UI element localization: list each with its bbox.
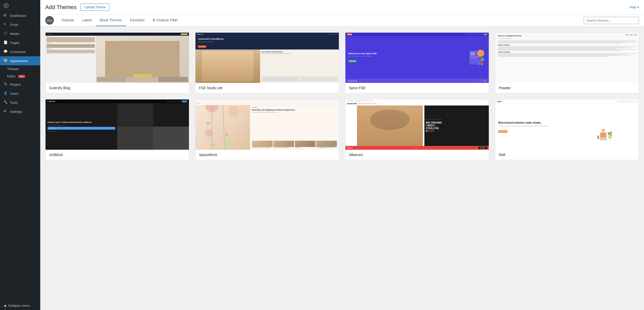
sidebar-item-label: Posts — [10, 23, 18, 27]
theme-grid: Gutenify Blog Subscribe Now Home Blog Ab… — [40, 26, 644, 166]
svg-text:✿: ✿ — [206, 121, 210, 126]
theme-name-raft: Raft — [495, 150, 639, 160]
sidebar-subitem-editor[interactable]: Editor beta — [0, 73, 40, 80]
theme-preview-spice-fse: SPICE Pages Variations Post slider Blog … — [345, 33, 489, 83]
theme-count-badge: 161 — [45, 16, 54, 25]
svg-point-17 — [223, 139, 233, 149]
theme-preview-powder: Script Italic Bold This is a Sample Post… — [495, 33, 639, 83]
users-icon: 👤 — [4, 91, 8, 96]
theme-name-fse-study-lite: FSE Study Lite — [195, 83, 339, 93]
tab-favorites[interactable]: Favorites — [126, 15, 149, 26]
tab-feature-filter-label: Feature Filter — [157, 18, 178, 22]
svg-rect-4 — [470, 56, 480, 57]
settings-icon: ⚙ — [4, 109, 8, 114]
comments-icon: 💬 — [4, 49, 8, 54]
collapse-arrow-icon: ◀ — [4, 304, 6, 307]
tab-latest[interactable]: Latest — [78, 15, 96, 26]
theme-card-fse-study-lite[interactable]: Study Lite Home Courses About Anchored i… — [195, 32, 339, 93]
sidebar-logo — [0, 0, 40, 11]
beta-badge: beta — [18, 75, 25, 78]
sidebar-item-pages[interactable]: 📄 Pages — [0, 38, 40, 47]
search-wrap — [584, 17, 639, 24]
sidebar-subitem-themes[interactable]: Themes — [0, 65, 40, 73]
wordpress-icon — [4, 3, 9, 8]
svg-text:✿: ✿ — [212, 143, 215, 147]
svg-rect-3 — [470, 52, 475, 56]
search-input[interactable] — [584, 17, 639, 24]
svg-point-1 — [5, 5, 7, 6]
theme-card-powder[interactable]: Script Italic Bold This is a Sample Post… — [495, 32, 639, 93]
gear-icon: ⚙ — [152, 18, 156, 22]
sidebar-item-plugins[interactable]: 🔌 Plugins — [0, 80, 40, 89]
dashboard-icon: ⊞ — [4, 13, 8, 18]
sidebar-item-tools[interactable]: 🔧 Tools — [0, 98, 40, 107]
tab-block-themes-label: Block Themes — [100, 18, 122, 22]
svg-point-16 — [205, 129, 213, 137]
main-content: Add Themes Upload Theme Help ▾ 161 Popul… — [40, 0, 644, 310]
help-button[interactable]: Help ▾ — [629, 5, 639, 9]
appearance-subitems: Themes Editor beta — [0, 65, 40, 80]
tab-block-themes[interactable]: Block Themes — [96, 15, 126, 26]
tab-popular[interactable]: Popular — [58, 15, 78, 26]
themes-label: Themes — [7, 67, 19, 71]
svg-point-13 — [228, 106, 239, 117]
sidebar-item-settings[interactable]: ⚙ Settings — [0, 107, 40, 116]
collapse-menu-button[interactable]: ◀ Collapse menu — [0, 301, 40, 310]
theme-name-uniblock: UniBlock — [46, 150, 189, 160]
svg-point-6 — [477, 50, 484, 57]
sidebar-item-posts[interactable]: ✎ Posts — [0, 20, 40, 29]
help-chevron-icon: ▾ — [637, 5, 639, 9]
sidebar-item-comments[interactable]: 💬 Comments — [0, 47, 40, 56]
svg-text:✿: ✿ — [225, 133, 228, 136]
tab-latest-label: Latest — [82, 18, 92, 22]
sidebar-item-label: Users — [10, 92, 19, 95]
plugins-icon: 🔌 — [4, 82, 8, 87]
sidebar-item-dashboard[interactable]: ⊞ Dashboard — [0, 11, 40, 20]
tab-popular-label: Popular — [62, 18, 74, 22]
media-icon: 🎵 — [4, 31, 8, 36]
theme-name-spice-fse: Spice FSE — [345, 83, 489, 93]
theme-preview-albacore: Cras varius eleifend elit. Etiam ut magn… — [345, 99, 489, 150]
svg-rect-10 — [482, 63, 483, 65]
upload-theme-button[interactable]: Upload Theme — [80, 4, 109, 11]
appearance-icon: 🎨 — [4, 59, 8, 63]
page-title: Add Themes — [45, 4, 76, 11]
sidebar-item-users[interactable]: 👤 Users — [0, 89, 40, 98]
theme-preview-uniblock: UNIBLOCK Home About Blog Contact Explore — [46, 99, 189, 150]
theme-preview-raft: RAFT Home Patterns Blog Aid ⊕ ⊙ ✉ — [495, 99, 639, 150]
tabs-area: 161 Popular Latest Block Themes Favorite… — [40, 15, 644, 26]
posts-icon: ✎ — [4, 22, 8, 27]
editor-label: Editor — [7, 74, 16, 78]
topbar-left: Add Themes Upload Theme — [45, 4, 109, 11]
theme-card-gutenify-blog[interactable]: Gutenify Blog Subscribe Now Home Blog Ab… — [45, 32, 189, 93]
sidebar-item-label: Dashboard — [10, 14, 26, 18]
tools-icon: 🔧 — [4, 100, 8, 105]
sidebar-item-label: Comments — [10, 50, 26, 54]
sidebar-item-label: Appearance — [10, 59, 28, 63]
theme-card-uniblock[interactable]: UNIBLOCK Home About Blog Contact Explore — [45, 99, 189, 160]
theme-card-spaceblock[interactable]: Trending — [195, 99, 339, 160]
sidebar: ⊞ Dashboard ✎ Posts 🎵 Media 📄 Pages 💬 Co… — [0, 0, 40, 310]
theme-name-gutenify-blog: Gutenify Blog — [46, 83, 189, 93]
sidebar-item-media[interactable]: 🎵 Media — [0, 29, 40, 38]
sidebar-item-label: Plugins — [10, 83, 21, 86]
collapse-menu-label: Collapse menu — [8, 304, 30, 307]
sidebar-item-label: Settings — [10, 110, 22, 114]
theme-name-powder: Powder — [495, 83, 639, 93]
theme-preview-fse-study-lite: Study Lite Home Courses About Anchored i… — [195, 33, 339, 83]
theme-card-raft[interactable]: RAFT Home Patterns Blog Aid ⊕ ⊙ ✉ — [495, 99, 639, 160]
topbar: Add Themes Upload Theme Help ▾ — [40, 0, 644, 15]
help-label: Help — [629, 5, 636, 9]
theme-preview-gutenify-blog: Gutenify Blog Subscribe Now Home Blog Ab… — [46, 33, 189, 83]
sidebar-item-appearance[interactable]: 🎨 Appearance — [0, 56, 40, 65]
svg-rect-9 — [480, 61, 481, 65]
theme-card-albacore[interactable]: Cras varius eleifend elit. Etiam ut magn… — [345, 99, 489, 160]
theme-name-spaceblock: Spaceblock — [195, 150, 339, 160]
theme-name-albacore: Albacore — [345, 150, 489, 160]
tab-favorites-label: Favorites — [130, 18, 145, 22]
sidebar-item-label: Pages — [10, 41, 19, 45]
svg-rect-5 — [470, 58, 478, 58]
tab-feature-filter[interactable]: ⚙ Feature Filter — [148, 15, 182, 26]
theme-card-spice-fse[interactable]: SPICE Pages Variations Post slider Blog … — [345, 32, 489, 93]
pages-icon: 📄 — [4, 40, 8, 45]
